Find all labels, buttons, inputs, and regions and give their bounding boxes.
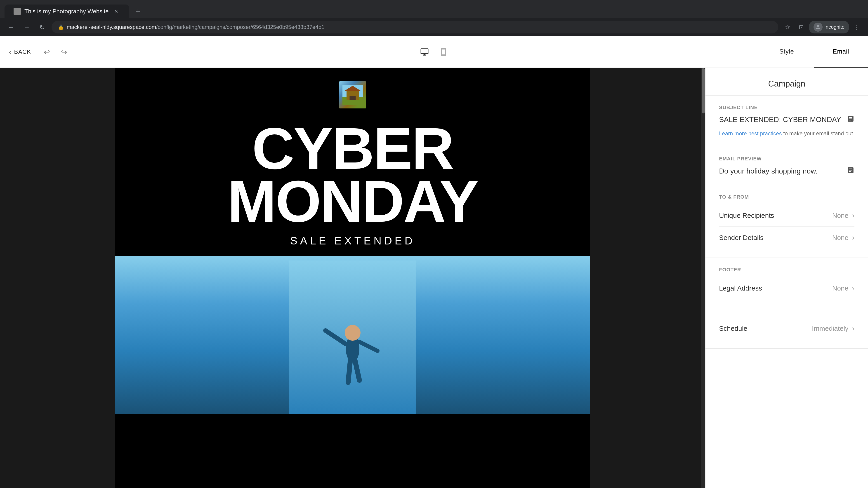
best-practices-link[interactable]: Learn more best practices [719, 130, 782, 136]
svg-point-7 [345, 325, 361, 341]
sender-details-label: Sender Details [719, 234, 764, 241]
schedule-row[interactable]: Schedule Immediately › [719, 318, 855, 339]
schedule-chevron-icon: › [852, 324, 855, 332]
unique-recipients-chevron-icon: › [852, 211, 855, 220]
email-preview-label: EMAIL PREVIEW [719, 156, 855, 162]
forward-nav-button[interactable]: → [21, 21, 33, 33]
sender-details-value-group: None › [832, 233, 855, 242]
nav-bar: ← → ↻ 🔒 mackerel-seal-nldy.squarespace.c… [0, 18, 868, 36]
subject-line-text: SALE EXTENDED: CYBER MONDAY [719, 115, 841, 125]
view-toggle [417, 45, 451, 59]
schedule-section: Schedule Immediately › [706, 308, 868, 349]
app: ‹ BACK ↩ ↪ Style Email [0, 36, 868, 488]
address-text: mackerel-seal-nldy.squarespace.com/confi… [67, 24, 772, 30]
incognito-label: Incognito [825, 24, 844, 30]
unique-recipients-label: Unique Recipients [719, 212, 774, 219]
browser-chrome: This is my Photography Website × + ← → ↻… [0, 0, 868, 36]
preview-scrollbar[interactable] [701, 68, 705, 488]
email-tab[interactable]: Email [814, 36, 868, 68]
unique-recipients-value-group: None › [832, 211, 855, 220]
sender-details-row[interactable]: Sender Details None › [719, 227, 855, 249]
tab-title: This is my Photography Website [24, 8, 108, 15]
refresh-nav-button[interactable]: ↻ [36, 21, 48, 33]
footer-label: FOOTER [719, 267, 855, 273]
cast-button[interactable]: ⊡ [796, 21, 807, 33]
toolbar-center [417, 45, 451, 59]
desktop-view-button[interactable] [417, 45, 432, 59]
tab-favicon [13, 8, 21, 15]
email-preview: CYBER MONDAY SALE EXTENDED [115, 68, 590, 488]
svg-line-10 [348, 360, 350, 383]
new-tab-button[interactable]: + [131, 4, 145, 18]
style-tab[interactable]: Style [760, 36, 814, 68]
sender-details-chevron-icon: › [852, 233, 855, 242]
email-logo [339, 81, 366, 108]
undo-redo-group: ↩ ↪ [40, 45, 71, 59]
email-dance-image [115, 256, 590, 414]
incognito-avatar [813, 23, 823, 32]
back-arrow-icon: ‹ [9, 48, 11, 56]
preview-scroll[interactable]: CYBER MONDAY SALE EXTENDED [0, 68, 705, 488]
unique-recipients-row[interactable]: Unique Recipients None › [719, 204, 855, 227]
legal-address-value-group: None › [832, 284, 855, 292]
redo-button[interactable]: ↪ [57, 45, 71, 59]
footer-section: FOOTER Legal Address None › [706, 258, 868, 308]
legal-address-label: Legal Address [719, 285, 762, 292]
more-options-button[interactable]: ⋮ [851, 21, 863, 33]
sender-details-value: None [832, 234, 848, 241]
subject-line-section: SUBJECT LINE SALE EXTENDED: CYBER MONDAY… [706, 96, 868, 147]
unique-recipients-value: None [832, 212, 848, 219]
bookmark-button[interactable]: ☆ [782, 21, 794, 33]
svg-rect-4 [350, 96, 356, 100]
address-path: /config/marketing/campaigns/composer/656… [156, 24, 324, 30]
campaign-title: Campaign [719, 79, 855, 89]
schedule-value: Immediately [812, 325, 848, 332]
undo-button[interactable]: ↩ [40, 45, 54, 59]
right-panel: Campaign SUBJECT LINE SALE EXTENDED: CYB… [705, 68, 868, 488]
subject-line-edit-button[interactable] [847, 115, 855, 125]
preview-area: CYBER MONDAY SALE EXTENDED [0, 68, 705, 488]
cyber-monday-title: CYBER MONDAY [129, 122, 577, 228]
to-from-label: TO & FROM [719, 194, 855, 200]
email-hero-text: CYBER MONDAY SALE EXTENDED [115, 118, 590, 256]
dancer-svg [289, 260, 416, 414]
legal-address-value: None [832, 285, 848, 292]
incognito-button[interactable]: Incognito [809, 21, 849, 33]
address-bar[interactable]: 🔒 mackerel-seal-nldy.squarespace.com/con… [52, 21, 778, 33]
style-email-tabs: Style Email [760, 36, 868, 68]
back-label: BACK [14, 48, 31, 55]
back-button[interactable]: ‹ BACK [9, 48, 31, 56]
sale-extended-text: SALE EXTENDED [129, 234, 577, 247]
schedule-value-group: Immediately › [812, 324, 855, 332]
email-preview-section: EMAIL PREVIEW Do your holiday shopping n… [706, 147, 868, 185]
dance-image-bg [115, 256, 590, 414]
app-toolbar: ‹ BACK ↩ ↪ Style Email [0, 36, 868, 68]
email-header [115, 68, 590, 118]
legal-address-row[interactable]: Legal Address None › [719, 277, 855, 299]
address-host: mackerel-seal-nldy.squarespace.com [67, 24, 156, 30]
email-preview-text: Do your holiday shopping now. [719, 167, 817, 175]
best-practices-text: Learn more best practices to make your e… [719, 129, 855, 138]
email-preview-value: Do your holiday shopping now. [719, 166, 855, 176]
email-preview-edit-button[interactable] [847, 166, 855, 176]
subject-line-value: SALE EXTENDED: CYBER MONDAY [719, 115, 855, 125]
subject-line-label: SUBJECT LINE [719, 105, 855, 110]
active-tab[interactable]: This is my Photography Website × [4, 4, 129, 18]
lock-icon: 🔒 [58, 24, 64, 30]
mobile-view-button[interactable] [436, 45, 451, 59]
scrollbar-thumb [702, 68, 705, 113]
main-content: CYBER MONDAY SALE EXTENDED [0, 68, 868, 488]
back-nav-button[interactable]: ← [5, 21, 17, 33]
schedule-label: Schedule [719, 325, 747, 332]
tab-close-button[interactable]: × [112, 7, 120, 15]
panel-header: Campaign [706, 68, 868, 96]
legal-address-chevron-icon: › [852, 284, 855, 292]
nav-actions: ☆ ⊡ Incognito ⋮ [782, 21, 863, 33]
tab-bar: This is my Photography Website × + [0, 0, 868, 18]
to-from-section: TO & FROM Unique Recipients None › Sende… [706, 185, 868, 258]
